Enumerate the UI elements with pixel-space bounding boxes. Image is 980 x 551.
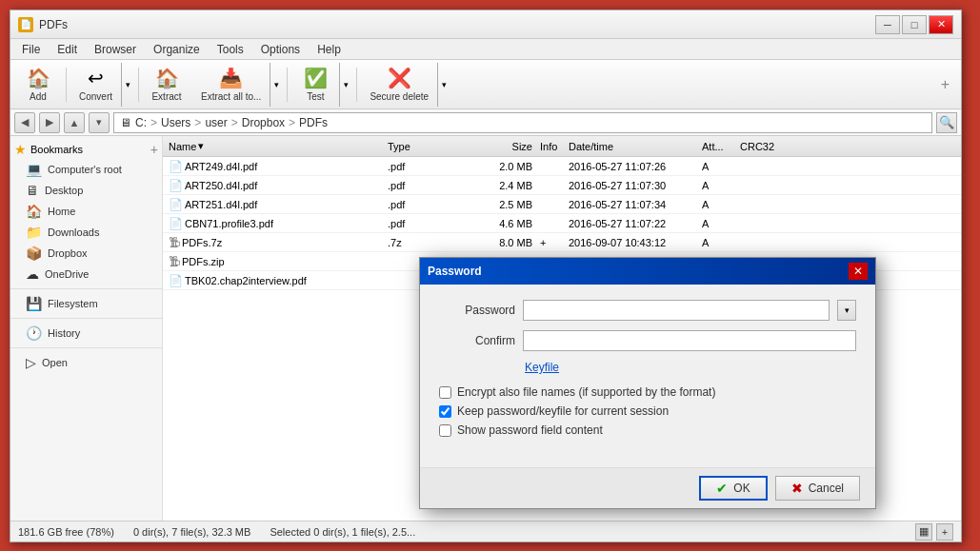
keep-password-checkbox[interactable]	[439, 405, 451, 418]
password-label: Password	[439, 304, 515, 317]
dialog-overlay: Password ✕ Password ▾ Confirm Keyfile	[0, 0, 980, 551]
checkbox-show-password: Show password field content	[439, 423, 856, 437]
keyfile-section: Keyfile	[525, 361, 856, 374]
cancel-label: Cancel	[809, 482, 844, 495]
dialog-body: Password ▾ Confirm Keyfile Encrypt also …	[420, 285, 875, 467]
password-input[interactable]	[523, 300, 830, 321]
ok-label: OK	[733, 482, 750, 495]
ok-icon: ✔	[716, 481, 728, 496]
encrypt-names-label: Encrypt also file names (if supported by…	[457, 385, 715, 399]
dialog-title: Password	[428, 265, 482, 278]
password-field-row: Password ▾	[439, 300, 856, 321]
show-password-label: Show password field content	[457, 423, 603, 437]
ok-button[interactable]: ✔ OK	[699, 476, 767, 501]
password-dialog: Password ✕ Password ▾ Confirm Keyfile	[419, 257, 876, 509]
encrypt-names-checkbox[interactable]	[439, 386, 451, 399]
password-dropdown-button[interactable]: ▾	[837, 300, 856, 321]
keep-password-label: Keep password/keyfile for current sessio…	[457, 404, 669, 418]
show-password-checkbox[interactable]	[439, 424, 451, 437]
confirm-label: Confirm	[439, 334, 515, 347]
confirm-input[interactable]	[523, 330, 856, 351]
cancel-icon: ✖	[791, 481, 803, 496]
dialog-title-bar: Password ✕	[420, 258, 875, 285]
dialog-checkboxes: Encrypt also file names (if supported by…	[439, 385, 856, 437]
cancel-button[interactable]: ✖ Cancel	[775, 476, 860, 501]
dialog-footer: ✔ OK ✖ Cancel	[420, 467, 875, 508]
keyfile-link[interactable]: Keyfile	[525, 361, 559, 374]
checkbox-keep-password: Keep password/keyfile for current sessio…	[439, 404, 856, 418]
confirm-field-row: Confirm	[439, 330, 856, 351]
checkbox-encrypt-names: Encrypt also file names (if supported by…	[439, 385, 856, 399]
dialog-close-button[interactable]: ✕	[849, 263, 868, 280]
